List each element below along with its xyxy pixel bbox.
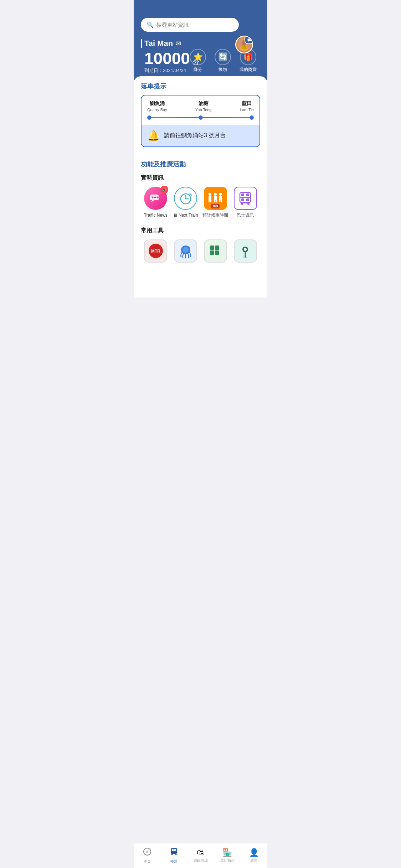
- realtime-icons: 🔊 Traffic News 🖥 Next: [141, 187, 260, 218]
- svg-rect-29: [241, 198, 244, 201]
- bus-svg: [238, 191, 253, 206]
- redeem-button[interactable]: 🔄 換領: [215, 49, 231, 73]
- next-train-icon: [174, 187, 197, 210]
- svg-rect-16: [210, 200, 212, 202]
- traffic-svg: [149, 193, 162, 204]
- header-section: 🔍 💬 Tai Man: [134, 0, 267, 80]
- location-tool-button[interactable]: [230, 239, 260, 265]
- alert-banner: 🔔 請前往鰂魚涌站3 號月台: [142, 125, 259, 146]
- features-title: 功能及推廣活動: [141, 160, 260, 169]
- grid-icon: [204, 239, 227, 263]
- route-line: [147, 115, 254, 120]
- svg-point-21: [219, 193, 222, 196]
- eta-label: 預計候車時間: [202, 213, 228, 218]
- octopus-svg: [178, 243, 194, 259]
- svg-rect-38: [210, 246, 214, 250]
- stations-row: 鰂魚涌 Quarry Bay 油塘 Yau Tong 藍田 Lam Tin: [142, 95, 259, 115]
- svg-rect-23: [219, 200, 221, 202]
- route-card: 鰂魚涌 Quarry Bay 油塘 Yau Tong 藍田 Lam Tin: [141, 95, 260, 147]
- station-zh-2: 油塘: [199, 100, 209, 107]
- eta-icon: 金鐘: [204, 187, 227, 210]
- svg-rect-3: [242, 46, 247, 49]
- station-zh-3: 藍田: [242, 100, 252, 107]
- svg-marker-8: [151, 200, 154, 202]
- line-segment-2: [203, 117, 250, 118]
- octopus-icon: [174, 239, 197, 263]
- route-line-container: [142, 115, 259, 125]
- traffic-news-label: Traffic News: [144, 213, 168, 218]
- points-number: 10000: [144, 50, 190, 67]
- svg-rect-41: [215, 250, 219, 255]
- grid-svg: [207, 243, 223, 259]
- alight-section: 落車提示 鰂魚涌 Quarry Bay 油塘 Yau Tong 藍田 Lam T…: [134, 76, 267, 147]
- redeem-label: 換領: [219, 67, 227, 73]
- octopus-button[interactable]: [171, 239, 201, 265]
- svg-point-13: [209, 193, 211, 196]
- tools-title: 常用工具: [141, 227, 260, 234]
- header-top-row: 🔍 💬: [141, 18, 260, 39]
- location-svg: [237, 243, 253, 259]
- grid-tool-button[interactable]: [201, 239, 231, 265]
- location-icon: [234, 239, 257, 263]
- mtr-svg: MTR: [148, 243, 164, 259]
- eta-station-badge: 金鐘: [211, 204, 220, 208]
- next-train-label: 🖥 Next Train: [173, 213, 198, 218]
- traffic-news-icon: 🔊: [144, 187, 167, 210]
- svg-point-37: [182, 247, 189, 253]
- svg-point-32: [241, 203, 243, 205]
- svg-rect-28: [246, 193, 249, 196]
- earn-points-button[interactable]: ⭐ 賺分: [190, 49, 206, 73]
- svg-point-43: [244, 248, 247, 251]
- redeem-icon: 🔄: [215, 49, 231, 65]
- tools-section: 常用工具 MTR: [141, 227, 260, 269]
- svg-point-7: [156, 196, 158, 198]
- dot-2: [199, 115, 203, 120]
- svg-point-5: [151, 196, 153, 198]
- svg-rect-30: [246, 198, 249, 201]
- alert-text: 請前往鰂魚涌站3 號月台: [164, 132, 226, 139]
- eta-svg: [206, 192, 224, 205]
- station-quarry-bay: 鰂魚涌 Quarry Bay: [147, 100, 167, 112]
- search-bar[interactable]: 🔍: [141, 18, 239, 32]
- svg-rect-20: [216, 200, 217, 202]
- realtime-title: 實時資訊: [141, 174, 260, 182]
- next-train-svg: [179, 192, 192, 205]
- main-content: 落車提示 鰂魚涌 Quarry Bay 油塘 Yau Tong 藍田 Lam T…: [134, 76, 267, 298]
- bus-info-label: 巴士資訊: [237, 213, 254, 218]
- email-icon[interactable]: ✉: [176, 40, 181, 47]
- station-en-1: Quarry Bay: [147, 108, 167, 112]
- dot-3: [250, 115, 254, 120]
- sound-badge: 🔊: [160, 186, 168, 193]
- svg-point-6: [154, 196, 156, 198]
- svg-rect-40: [210, 250, 214, 255]
- station-zh-1: 鰂魚涌: [150, 100, 165, 107]
- avatar-button[interactable]: 💬: [235, 36, 253, 53]
- dot-1: [147, 115, 151, 120]
- svg-rect-19: [214, 200, 215, 202]
- svg-rect-15: [209, 200, 210, 202]
- mtr-map-button[interactable]: MTR: [141, 239, 171, 265]
- svg-rect-24: [221, 200, 222, 202]
- bus-info-button[interactable]: 巴士資訊: [230, 187, 260, 218]
- bus-icon: [234, 187, 257, 210]
- station-en-3: Lam Tin: [240, 108, 254, 112]
- svg-point-17: [214, 193, 217, 196]
- traffic-news-button[interactable]: 🔊 Traffic News: [141, 187, 171, 218]
- user-name: Tai Man: [144, 39, 173, 48]
- alight-title: 落車提示: [141, 82, 260, 91]
- search-input[interactable]: [156, 22, 233, 28]
- line-segment-1: [151, 117, 199, 118]
- chat-icon: 💬: [245, 36, 253, 44]
- earn-label: 賺分: [194, 67, 202, 73]
- eta-button[interactable]: 金鐘 預計候車時間: [201, 187, 231, 218]
- rewards-label: 我的獎賞: [240, 67, 257, 73]
- station-lam-tin: 藍田 Lam Tin: [240, 100, 254, 112]
- next-train-button[interactable]: 🖥 Next Train: [171, 187, 201, 218]
- search-icon: 🔍: [146, 21, 154, 28]
- svg-point-44: [243, 257, 247, 258]
- svg-rect-39: [215, 246, 219, 250]
- tools-icons-row: MTR: [141, 239, 260, 265]
- mtr-icon: MTR: [144, 239, 167, 263]
- svg-text:MTR: MTR: [151, 249, 160, 254]
- station-en-2: Yau Tong: [195, 108, 211, 112]
